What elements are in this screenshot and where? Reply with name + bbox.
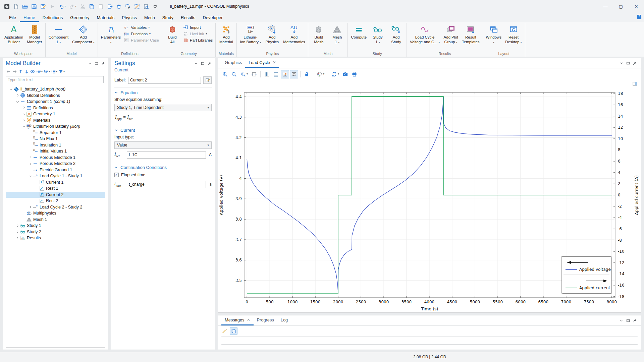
play-button[interactable] bbox=[49, 3, 56, 10]
label-input[interactable] bbox=[128, 77, 201, 84]
new-file-button[interactable] bbox=[12, 3, 19, 10]
select-box-button[interactable] bbox=[124, 3, 131, 10]
copy-text-button[interactable] bbox=[230, 327, 237, 335]
ribbon-result-templates[interactable]: ResultTemplates bbox=[460, 23, 481, 45]
expander-icon[interactable] bbox=[15, 94, 20, 97]
pin-button[interactable] bbox=[207, 61, 212, 66]
ribbon-compute[interactable]: Compute bbox=[349, 23, 368, 40]
expander-icon[interactable] bbox=[28, 205, 33, 209]
delete-button[interactable] bbox=[115, 3, 122, 10]
expander-icon[interactable] bbox=[15, 224, 20, 228]
paste-button[interactable] bbox=[97, 3, 104, 10]
equation-assuming-select[interactable]: Study 1, Time Dependent ▾ bbox=[114, 104, 212, 111]
zoom-extents-button[interactable] bbox=[250, 70, 258, 78]
tree-item-porous-electrode-1[interactable]: Porous Electrode 1 bbox=[6, 155, 105, 161]
tree-item-results[interactable]: Results bbox=[6, 235, 105, 241]
expander-icon[interactable] bbox=[15, 100, 20, 104]
x-grid-button[interactable] bbox=[263, 70, 271, 78]
rename-button[interactable] bbox=[203, 76, 212, 84]
tree-item-rest-1[interactable]: Rest 1 bbox=[6, 185, 105, 192]
tab-progress[interactable]: Progress bbox=[254, 315, 277, 325]
menu-results[interactable]: Results bbox=[177, 14, 199, 22]
tab-messages[interactable]: Messages✕ bbox=[221, 315, 254, 325]
ribbon-mesh-1[interactable]: Mesh1 ▾ bbox=[328, 23, 346, 45]
model-tree-nodes-button[interactable]: ▾ bbox=[51, 69, 58, 74]
move-down-button[interactable] bbox=[24, 69, 30, 74]
menu-materials[interactable]: Materials bbox=[93, 14, 118, 22]
tree-item-geometry-1[interactable]: Geometry 1 bbox=[6, 111, 105, 117]
tree-item-porous-electrode-2[interactable]: Porous Electrode 2 bbox=[6, 161, 105, 167]
ribbon-parameters[interactable]: PiParameters ▾ bbox=[99, 23, 122, 45]
tree-item-load-cycle-1-study-1[interactable]: *Load Cycle 1 - Study 1 bbox=[6, 173, 105, 179]
expander-icon[interactable] bbox=[28, 174, 33, 178]
plot-area[interactable]: 0500100015002000250030003500400045005000… bbox=[218, 80, 641, 312]
tree-item-definitions[interactable]: Definitions bbox=[6, 105, 105, 111]
float-panel-button[interactable] bbox=[94, 61, 99, 66]
expander-icon[interactable] bbox=[21, 112, 26, 116]
close-tab-icon[interactable]: ✕ bbox=[247, 318, 250, 322]
tree-item-multiphysics[interactable]: Multiphysics bbox=[6, 210, 105, 217]
ribbon-livelink[interactable]: LiveLink▾ bbox=[182, 31, 214, 37]
help-button[interactable]: ? bbox=[637, 14, 642, 19]
maximize-button[interactable]: ▢ bbox=[613, 0, 629, 13]
menu-physics[interactable]: Physics bbox=[118, 14, 141, 22]
ribbon-model-manager[interactable]: ModelManager bbox=[25, 23, 44, 45]
expander-icon[interactable] bbox=[21, 125, 26, 128]
current-section-header[interactable]: Current bbox=[114, 128, 212, 135]
color-legend-button[interactable] bbox=[281, 70, 289, 78]
expander-icon[interactable] bbox=[15, 230, 20, 234]
snapshot-button[interactable] bbox=[341, 70, 350, 78]
ribbon-functions[interactable]: f(x)Functions▾ bbox=[123, 31, 160, 37]
chevron-down-button[interactable] bbox=[194, 61, 198, 66]
annotations-button[interactable] bbox=[290, 70, 298, 78]
save-button[interactable] bbox=[31, 3, 38, 10]
equation-section-header[interactable]: Equation bbox=[114, 90, 212, 97]
ribbon-load-cycle-voltage-and-c[interactable]: Load CycleVoltage and C... ▾ bbox=[408, 23, 441, 45]
plot-panel-icon[interactable] bbox=[632, 81, 638, 86]
tab-load-cycle[interactable]: Load Cycle✕ bbox=[245, 58, 279, 68]
tree-item-rest-2[interactable]: Rest 2 bbox=[6, 198, 105, 204]
nav-back-button[interactable] bbox=[6, 69, 11, 74]
ribbon-add-physics[interactable]: AddPhysics bbox=[263, 23, 281, 45]
comsol-logo-button[interactable] bbox=[3, 3, 10, 10]
ribbon-lithium-ion-battery[interactable]: Li+Lithium-Ion Battery ▾ bbox=[238, 23, 263, 45]
close-tab-icon[interactable]: ✕ bbox=[273, 60, 276, 65]
tree-item-electric-ground-1[interactable]: Electric Ground 1 bbox=[6, 167, 105, 173]
tree-filter-input[interactable] bbox=[6, 76, 104, 83]
expand-all-button[interactable]: ▾ bbox=[36, 69, 43, 74]
tree-item-initial-values-1[interactable]: DInitial Values 1 bbox=[6, 148, 105, 155]
tree-item-insulation-1[interactable]: DInsulation 1 bbox=[6, 142, 105, 148]
minimize-button[interactable]: — bbox=[598, 0, 613, 13]
menu-study[interactable]: Study bbox=[159, 14, 177, 22]
chevron-down-button[interactable] bbox=[88, 61, 92, 66]
ribbon-add-component[interactable]: AddComponent ▾ bbox=[70, 23, 96, 45]
ribbon-build-all[interactable]: BuildAll bbox=[163, 23, 181, 45]
tree-item-study-1[interactable]: Study 1 bbox=[6, 223, 105, 229]
pin-button[interactable] bbox=[633, 318, 637, 323]
ribbon-build-mesh[interactable]: BuildMesh bbox=[310, 23, 328, 45]
tree-item-mesh-1[interactable]: Mesh 1 bbox=[6, 217, 105, 223]
tree-item-no-flux-1[interactable]: DNo Flux 1 bbox=[6, 136, 105, 142]
ribbon-import[interactable]: Import bbox=[182, 24, 214, 30]
expander-icon[interactable] bbox=[21, 118, 26, 122]
tab-graphics[interactable]: Graphics bbox=[221, 58, 245, 68]
redo-button[interactable]: ▾ bbox=[68, 3, 77, 10]
duplicate-button[interactable] bbox=[106, 3, 113, 10]
zoom-box-button[interactable]: ▾ bbox=[239, 70, 249, 78]
continuation-section-header[interactable]: Continuation Conditions bbox=[114, 165, 212, 172]
ribbon-application-builder[interactable]: AApplicationBuilder bbox=[3, 23, 25, 45]
ribbon-add-material[interactable]: AddMaterial bbox=[217, 23, 235, 45]
zoom-out-button[interactable] bbox=[230, 70, 238, 78]
cut-button[interactable] bbox=[79, 3, 86, 10]
float-panel-button[interactable] bbox=[201, 61, 205, 66]
ribbon-part-libraries[interactable]: Part Libraries bbox=[182, 37, 214, 43]
expander-icon[interactable] bbox=[28, 162, 33, 166]
filter-button[interactable]: ▾ bbox=[58, 69, 65, 74]
menu-mesh[interactable]: Mesh bbox=[141, 14, 159, 22]
toolbar-overflow-button[interactable] bbox=[152, 3, 159, 10]
ribbon-windows[interactable]: Windows ▾ bbox=[484, 23, 503, 45]
menu-developer[interactable]: Developer bbox=[199, 14, 226, 22]
expander-icon[interactable] bbox=[28, 156, 33, 159]
tree-item-component-1[interactable]: Component 1(comp 1) bbox=[6, 99, 105, 105]
pin-button[interactable] bbox=[101, 61, 105, 66]
